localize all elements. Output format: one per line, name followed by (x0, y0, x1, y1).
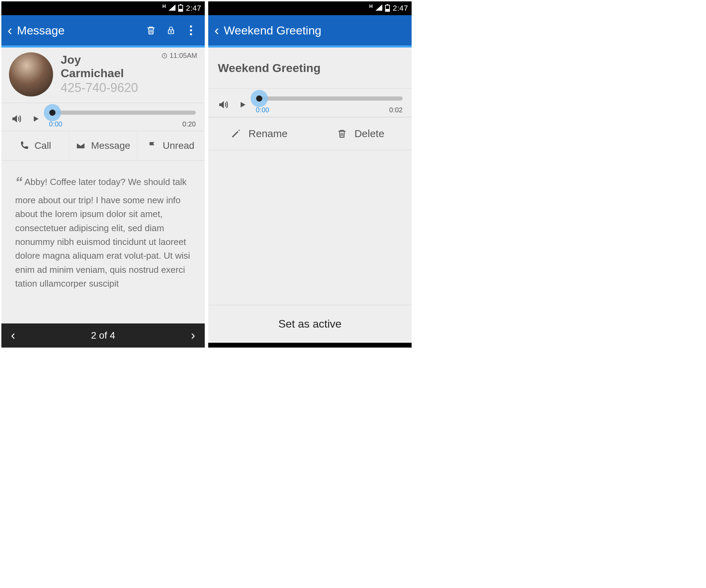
speaker-button[interactable] (10, 113, 23, 126)
nav-bar-hint (208, 343, 412, 348)
status-clock: 2:47 (186, 4, 201, 13)
status-bar: H 2:47 (1, 1, 205, 15)
seek-track[interactable]: 0:00 0:20 (49, 111, 196, 128)
play-button[interactable] (32, 114, 40, 125)
page-title: Message (17, 24, 139, 37)
avatar[interactable] (9, 52, 53, 96)
battery-icon (385, 5, 390, 12)
action-row: Call Message Unread (1, 131, 205, 161)
contact-phone: 425-740-9620 (61, 81, 197, 95)
greeting-header: Weekend Greeting (208, 48, 412, 89)
svg-point-1 (171, 31, 172, 32)
pager-next[interactable]: › (191, 328, 195, 343)
greeting-actions: Rename Delete (208, 117, 412, 150)
speaker-button[interactable] (217, 99, 230, 112)
time-text: 11:05AM (170, 52, 197, 60)
envelope-icon (76, 141, 85, 151)
rename-label: Rename (249, 128, 288, 140)
phone-greeting-screen: H 2:47 ‹ Weekend Greeting Weekend Greeti… (208, 1, 412, 348)
quote-icon: “ (15, 174, 22, 190)
back-button[interactable]: ‹ (8, 23, 12, 38)
flag-icon (148, 141, 157, 151)
message-time: 11:05AM (161, 52, 197, 60)
delete-button[interactable] (143, 25, 159, 36)
status-bar: H 2:47 (208, 1, 412, 15)
signal-icon (375, 4, 382, 13)
delete-button[interactable]: Delete (310, 117, 412, 150)
empty-space (208, 150, 412, 305)
contact-last-name: Carmichael (61, 66, 197, 80)
phone-message-screen: H 2:47 ‹ Message Joy Carmichael 425-740-… (1, 1, 205, 348)
pager-label: 2 of 4 (91, 330, 115, 341)
rename-button[interactable]: Rename (208, 117, 310, 150)
audio-player: 0:00 0:02 (208, 89, 412, 117)
message-label: Message (91, 140, 130, 151)
delete-label: Delete (354, 128, 384, 140)
lock-button[interactable] (163, 25, 179, 36)
time-duration: 0:20 (182, 120, 196, 128)
unread-label: Unread (163, 140, 194, 151)
pager-prev[interactable]: ‹ (11, 328, 15, 343)
phone-icon (19, 141, 29, 151)
app-bar: ‹ Weekend Greeting (208, 15, 412, 45)
network-indicator: H (162, 3, 166, 9)
svg-point-4 (190, 33, 192, 35)
transcript: “Abby! Coffee later today? We should tal… (1, 161, 205, 348)
page-title: Weekend Greeting (224, 24, 405, 37)
call-button[interactable]: Call (1, 131, 69, 160)
time-current: 0:00 (49, 120, 62, 128)
call-label: Call (34, 140, 51, 151)
pager: ‹ 2 of 4 › (1, 323, 205, 348)
greeting-name: Weekend Greeting (218, 61, 402, 75)
back-button[interactable]: ‹ (214, 23, 219, 38)
app-bar: ‹ Message (1, 15, 205, 45)
time-duration: 0:02 (389, 106, 403, 114)
pencil-icon (231, 128, 241, 139)
set-active-button[interactable]: Set as active (208, 305, 412, 343)
svg-point-3 (190, 29, 192, 31)
seek-track[interactable]: 0:00 0:02 (256, 96, 403, 114)
contact-header: Joy Carmichael 425-740-9620 11:05AM (1, 48, 205, 103)
network-indicator: H (369, 3, 373, 9)
clock-icon (161, 53, 168, 59)
play-button[interactable] (239, 100, 247, 111)
set-active-label: Set as active (278, 318, 341, 330)
svg-point-2 (190, 25, 192, 28)
signal-icon (169, 4, 175, 13)
battery-icon (178, 5, 183, 12)
overflow-menu-button[interactable] (183, 25, 199, 35)
unread-button[interactable]: Unread (137, 131, 205, 160)
message-button[interactable]: Message (69, 131, 137, 160)
status-clock: 2:47 (393, 4, 408, 13)
audio-player: 0:00 0:20 (1, 103, 205, 131)
time-current: 0:00 (256, 106, 269, 114)
transcript-text: Abby! Coffee later today? We should talk… (15, 177, 190, 289)
trash-icon (337, 128, 347, 139)
